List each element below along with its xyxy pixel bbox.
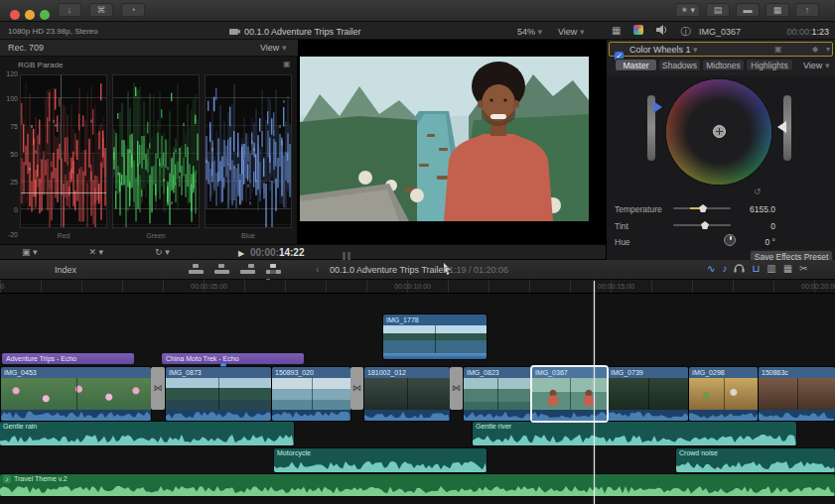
blade-tool-icon[interactable]: ✂	[799, 263, 807, 274]
tab-highlights[interactable]: Highlights	[746, 59, 793, 71]
storyline-clip[interactable]: 150863c	[759, 367, 835, 421]
storyline-clip[interactable]: IMG_0823	[464, 367, 531, 421]
play-button[interactable]: ▶	[238, 249, 244, 258]
timeline-project-title[interactable]: 00.1.0 Adventure Trips Trailer	[330, 265, 447, 275]
storyline-clip[interactable]: 150893_020	[272, 367, 350, 421]
keyword-editor-icon[interactable]: ⌘	[89, 3, 113, 17]
timeline-ruler[interactable]: 00:0000:00:05:0000:00:10:0000:00:15:0000…	[0, 280, 835, 294]
music-clip[interactable]: ♪Travel Theme v.2	[0, 474, 835, 496]
viewer-zoom-menu[interactable]: 54% ▾	[517, 27, 542, 37]
title-clip[interactable]: China Moto Trek - Echo	[162, 353, 304, 364]
scopes-view-menu[interactable]: View ▾	[260, 43, 286, 53]
clip-name-bar: IMG_0367	[532, 367, 607, 378]
timeline-toolbar: Index ▾ ▾ ‹ 00.1.0 Adventure Trips Trail…	[0, 260, 835, 280]
zoom-window-button[interactable]	[40, 10, 50, 20]
solo-toggle-icon[interactable]	[734, 263, 745, 273]
ruler-tick	[733, 280, 734, 294]
storyline-clip[interactable]: 181002_012	[364, 367, 450, 421]
audio-waveform	[0, 433, 294, 445]
clip-audio-waveform	[364, 410, 450, 421]
background-tasks-icon[interactable]: ◔	[121, 3, 145, 17]
storyline-clip[interactable]: IMG_0298	[689, 367, 758, 421]
timecode-display-icon[interactable]: ▬	[736, 3, 760, 17]
share-icon[interactable]: ↑	[795, 3, 819, 17]
clip-name-bar: IMG_0823	[464, 367, 531, 378]
ruler-timecode: 00:00:20:00	[801, 283, 835, 290]
storyline-clip-selected[interactable]: IMG_0367	[532, 367, 607, 421]
titlebar-right-tools: ✶ ▾▤▬▦↑	[675, 3, 825, 21]
index-button[interactable]: Index	[55, 265, 76, 275]
slider-label-tint: Tint	[615, 221, 628, 231]
color-inspector-icon[interactable]	[633, 25, 643, 37]
reset-icon[interactable]: ↺	[754, 187, 762, 196]
skimming-toggle-icon[interactable]: ∿	[707, 263, 715, 274]
storyline-clip[interactable]: IMG_0453	[1, 367, 151, 421]
scope-scale-label: 100	[2, 95, 18, 102]
view-options-icon[interactable]: ▣ ▾	[22, 247, 38, 257]
color-wheel-puck[interactable]	[713, 125, 726, 138]
audio-clip[interactable]: Motorcycle	[274, 448, 487, 472]
clip-appearance-icon[interactable]: ▦	[783, 263, 792, 274]
ruler-tick	[366, 280, 367, 294]
music-note-icon: ♪	[3, 475, 11, 483]
import-media-icon[interactable]: ↓	[58, 3, 81, 17]
effect-row[interactable]: ✓ Color Wheels 1 ▾ ▣ ◆ ▾	[609, 42, 833, 57]
timeline-right-icons: ∿♪⊔▥▦✂	[707, 263, 815, 281]
audio-waveform	[676, 459, 835, 472]
ruler-tick	[570, 280, 571, 294]
tab-shadows[interactable]: Shadows	[658, 59, 701, 71]
storyline-clip[interactable]: IMG_0873	[166, 367, 271, 421]
connected-clip-thumbnails	[383, 325, 487, 353]
title-clip[interactable]: Adventure Trips - Echo	[2, 353, 134, 364]
timeline-index-icon[interactable]: ▦	[765, 3, 789, 17]
wheel-tabs: MasterShadowsMidtonesHighlights	[607, 59, 835, 74]
transition-clip[interactable]: ⋈	[151, 367, 165, 410]
playhead[interactable]	[594, 281, 595, 504]
info-inspector-icon[interactable]: ⓘ	[680, 25, 690, 39]
tab-midtones[interactable]: Midtones	[702, 59, 745, 71]
brightness-handle-right[interactable]	[777, 121, 786, 133]
storyline-clip[interactable]: IMG_0739	[608, 367, 688, 421]
chevron-down-icon[interactable]: ▾	[826, 45, 830, 54]
clip-audio-waveform	[532, 410, 607, 421]
tool-menu-icon[interactable]: ✕ ▾	[89, 247, 104, 257]
effect-name-menu[interactable]: Color Wheels 1 ▾	[629, 45, 698, 55]
scope-scale-label: 120	[2, 70, 18, 77]
effect-mask-icon[interactable]: ▣	[774, 45, 782, 54]
media-browser-icon[interactable]: ▤	[706, 3, 730, 17]
connect-edit-icon[interactable]	[189, 263, 204, 275]
clip-name-bar: 181002_012	[364, 367, 450, 378]
header-bar: 1080p HD 23.98p, Stereo 00.1.0 Adventure…	[0, 22, 835, 40]
clapper-icon	[229, 26, 240, 36]
slider-label-hue: Hue	[615, 237, 630, 247]
close-window-button[interactable]	[10, 10, 20, 20]
viewer-view-menu[interactable]: View ▾	[558, 27, 584, 37]
audio-clip[interactable]: Gentle river	[473, 422, 796, 445]
audio-skimming-toggle-icon[interactable]: ♪	[722, 263, 727, 274]
clip-thumbnails	[272, 378, 350, 410]
snapping-toggle-icon[interactable]: ⊔	[752, 263, 760, 274]
retime-menu-icon[interactable]: ↻ ▾	[155, 247, 170, 257]
keyframe-icon[interactable]: ◆	[812, 45, 818, 54]
tab-master[interactable]: Master	[615, 59, 657, 71]
back-chevron-icon[interactable]: ‹	[316, 264, 319, 275]
connected-clip[interactable]: IMG_1778	[383, 315, 487, 359]
insert-edit-icon[interactable]	[214, 263, 229, 275]
viewer-control-bar: ▣ ▾✕ ▾↻ ▾ ▶ 00:00:14:22	[0, 244, 606, 260]
scope-expand-icon[interactable]: ▣	[283, 60, 291, 68]
video-scopes-pane: Rec. 709 View ▾ RGB Parade ▣ 12010075502…	[0, 40, 298, 244]
wheels-view-menu[interactable]: View ▾	[803, 61, 829, 70]
color-space-label: Rec. 709	[8, 43, 44, 53]
append-edit-icon[interactable]	[240, 263, 255, 275]
audio-clip[interactable]: Crowd noise	[676, 448, 835, 472]
video-inspector-icon[interactable]: ▦	[612, 25, 621, 36]
effects-browser-icon[interactable]: ✶ ▾	[675, 3, 700, 17]
transition-clip[interactable]: ⋈	[350, 367, 363, 410]
timeline-appearance-icon[interactable]: ▥	[766, 263, 775, 274]
ruler-tick	[285, 280, 286, 294]
audio-clip[interactable]: Gentle rain	[0, 422, 294, 445]
transition-clip[interactable]: ⋈	[450, 367, 463, 410]
audio-inspector-icon[interactable]	[656, 25, 667, 35]
minimize-window-button[interactable]	[25, 10, 35, 20]
brightness-handle-left[interactable]	[653, 101, 662, 113]
